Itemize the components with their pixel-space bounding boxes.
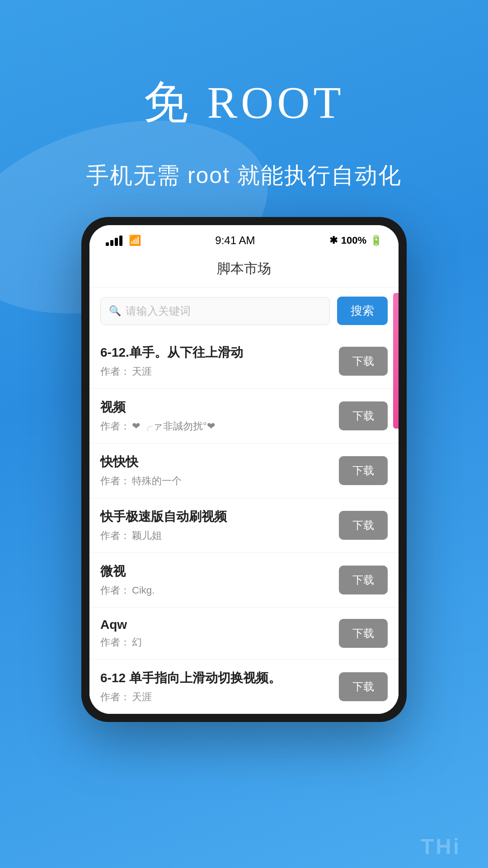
author-prefix: 作者：: [100, 529, 130, 542]
status-time: 9:41 AM: [215, 234, 255, 247]
item-author: 作者： ❤ ╭ァ非誠勿扰°❤: [100, 420, 339, 433]
list-item: 微视 作者： Cikg. 下载: [89, 553, 399, 608]
author-prefix: 作者：: [100, 636, 130, 649]
author-name: ❤ ╭ァ非誠勿扰°❤: [132, 420, 215, 433]
download-button[interactable]: 下载: [339, 566, 388, 594]
download-button[interactable]: 下载: [339, 619, 388, 648]
signal-bar-2: [110, 240, 113, 246]
hero-section: 免 ROOT 手机无需 root 就能执行自动化: [0, 0, 488, 191]
item-author: 作者： 天涯: [100, 365, 339, 378]
search-bar: 🔍 请输入关键词 搜索: [89, 288, 399, 334]
phone-mockup: 📶 9:41 AM ✱ 100% 🔋 脚本市场 🔍 请输入关键词 搜索: [81, 217, 407, 722]
phone-screen: 📶 9:41 AM ✱ 100% 🔋 脚本市场 🔍 请输入关键词 搜索: [89, 225, 399, 714]
author-name: 天涯: [132, 690, 152, 704]
item-info: 6-12 单手指向上滑动切换视频。 作者： 天涯: [100, 670, 339, 704]
author-prefix: 作者：: [100, 365, 130, 378]
phone-mockup-wrapper: 📶 9:41 AM ✱ 100% 🔋 脚本市场 🔍 请输入关键词 搜索: [81, 217, 407, 722]
item-author: 作者： Cikg.: [100, 584, 339, 597]
list-item: 6-12.单手。从下往上滑动 作者： 天涯 下载: [89, 334, 399, 389]
author-name: Cikg.: [132, 585, 155, 596]
item-title: 快手极速版自动刷视频: [100, 508, 339, 525]
search-button[interactable]: 搜索: [337, 297, 388, 325]
item-info: 微视 作者： Cikg.: [100, 563, 339, 597]
item-title: 快快快: [100, 453, 339, 471]
list-item: 视频 作者： ❤ ╭ァ非誠勿扰°❤ 下载: [89, 389, 399, 443]
item-author: 作者： 颖儿姐: [100, 529, 339, 542]
item-info: Aqw 作者： 幻: [100, 618, 339, 649]
author-name: 特殊的一个: [132, 474, 182, 488]
app-header-title: 脚本市场: [89, 251, 399, 288]
item-title: 视频: [100, 399, 339, 416]
list-item: Aqw 作者： 幻 下载: [89, 608, 399, 660]
download-button[interactable]: 下载: [339, 672, 388, 701]
search-icon: 🔍: [109, 305, 121, 317]
status-right: ✱ 100% 🔋: [329, 235, 382, 246]
author-prefix: 作者：: [100, 584, 130, 597]
side-accent-bar: [393, 293, 399, 429]
status-left: 📶: [106, 235, 141, 246]
author-prefix: 作者：: [100, 690, 130, 704]
signal-bar-3: [115, 238, 118, 246]
download-button[interactable]: 下载: [339, 347, 388, 376]
author-name: 天涯: [132, 365, 152, 378]
signal-bar-4: [119, 236, 122, 246]
download-button[interactable]: 下载: [339, 511, 388, 540]
item-info: 6-12.单手。从下往上滑动 作者： 天涯: [100, 344, 339, 378]
item-info: 快快快 作者： 特殊的一个: [100, 453, 339, 488]
wifi-icon: 📶: [129, 235, 141, 246]
item-author: 作者： 幻: [100, 636, 339, 649]
bluetooth-icon: ✱: [329, 235, 338, 246]
hero-title: 免 ROOT: [0, 72, 488, 133]
author-name: 颖儿姐: [132, 529, 162, 542]
bottom-watermark: THi: [421, 834, 461, 859]
author-prefix: 作者：: [100, 420, 130, 433]
author-prefix: 作者：: [100, 474, 130, 488]
signal-bars: [106, 236, 122, 246]
battery-percent: 100%: [341, 235, 366, 246]
item-title: 微视: [100, 563, 339, 580]
item-info: 快手极速版自动刷视频 作者： 颖儿姐: [100, 508, 339, 542]
battery-icon: 🔋: [370, 235, 382, 246]
download-button[interactable]: 下载: [339, 456, 388, 485]
search-input-wrap[interactable]: 🔍 请输入关键词: [100, 297, 330, 325]
status-bar: 📶 9:41 AM ✱ 100% 🔋: [89, 225, 399, 251]
download-button[interactable]: 下载: [339, 401, 388, 430]
list-item: 快快快 作者： 特殊的一个 下载: [89, 443, 399, 498]
item-title: Aqw: [100, 618, 339, 632]
hero-subtitle: 手机无需 root 就能执行自动化: [0, 160, 488, 191]
search-input[interactable]: 请输入关键词: [126, 304, 191, 318]
item-title: 6-12.单手。从下往上滑动: [100, 344, 339, 361]
author-name: 幻: [132, 636, 142, 649]
signal-bar-1: [106, 242, 109, 246]
item-author: 作者： 天涯: [100, 690, 339, 704]
list-item: 6-12 单手指向上滑动切换视频。 作者： 天涯 下载: [89, 660, 399, 714]
list-item: 快手极速版自动刷视频 作者： 颖儿姐 下载: [89, 498, 399, 553]
item-info: 视频 作者： ❤ ╭ァ非誠勿扰°❤: [100, 399, 339, 433]
item-title: 6-12 单手指向上滑动切换视频。: [100, 670, 339, 687]
item-author: 作者： 特殊的一个: [100, 474, 339, 488]
